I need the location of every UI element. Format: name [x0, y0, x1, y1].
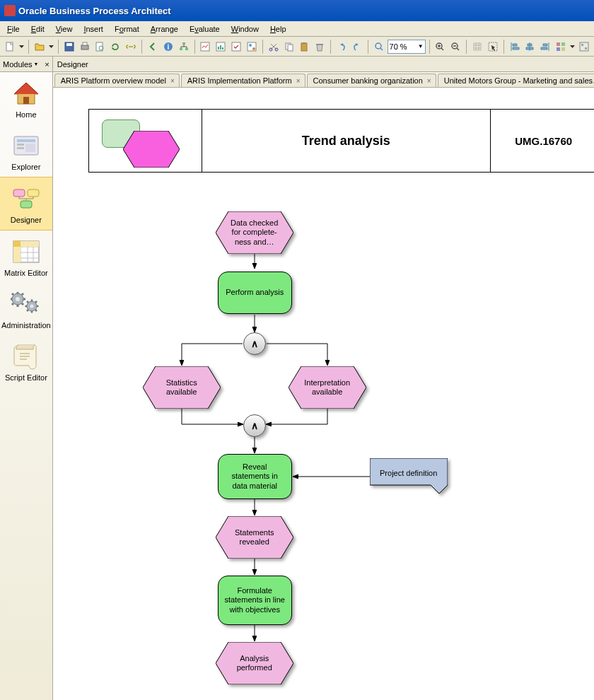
layout-button[interactable] — [577, 39, 591, 54]
gateway-and-1[interactable]: ∧ — [243, 332, 266, 355]
module-admin-label: Administration — [1, 321, 51, 329]
designer-header: Designer — [53, 57, 594, 72]
check-button[interactable] — [229, 39, 243, 54]
module-designer[interactable]: Designer — [0, 177, 52, 231]
redo-button[interactable] — [350, 39, 364, 54]
print-preview-button[interactable] — [93, 39, 107, 54]
toolbar-separator — [503, 40, 504, 54]
svg-point-55 — [30, 305, 33, 308]
node-text: Interpretation available — [289, 378, 366, 397]
script-icon — [9, 342, 43, 371]
event-analysis-performed[interactable]: Analysis performed — [216, 642, 293, 684]
module-administration[interactable]: Administration — [0, 283, 52, 335]
menu-evaluate[interactable]: Evaluate — [184, 23, 226, 35]
delete-button[interactable] — [313, 39, 327, 54]
save-button[interactable] — [62, 39, 76, 54]
cut-button[interactable] — [267, 39, 281, 54]
menu-arrange[interactable]: Arrange — [145, 23, 184, 35]
zoom-combo[interactable]: 70 %▼ — [388, 40, 426, 54]
sidebar-dropdown-icon[interactable]: ▼ — [34, 62, 39, 66]
align-left-button[interactable] — [508, 39, 522, 54]
select-button[interactable] — [486, 39, 500, 54]
link-button[interactable] — [124, 39, 138, 54]
arrange-dropdown[interactable] — [569, 39, 576, 54]
module-explorer[interactable]: Explorer — [0, 124, 52, 177]
node-text: Data checked for complete- ness and… — [216, 218, 293, 247]
menu-help[interactable]: Help — [264, 23, 292, 35]
event-data-checked[interactable]: Data checked for complete- ness and… — [216, 211, 293, 254]
open-dropdown[interactable] — [48, 39, 54, 54]
back-button[interactable] — [146, 39, 160, 54]
open-button[interactable] — [33, 39, 47, 54]
tab-label: Consumer banking organization — [313, 76, 423, 85]
tab-aris-implementation[interactable]: ARIS Implementation Platform × — [181, 74, 305, 87]
tab-label: ARIS Implementation Platform — [187, 76, 292, 85]
svg-rect-41 — [17, 139, 35, 142]
copy-button[interactable] — [282, 39, 296, 54]
node-text: Analysis performed — [216, 654, 293, 672]
function-perform-analysis[interactable]: Perform analysis — [218, 272, 292, 314]
function-reveal-statements[interactable]: Reveal statements in data material — [218, 454, 292, 499]
refresh-button[interactable] — [108, 39, 122, 54]
paste-button[interactable] — [297, 39, 311, 54]
data-project-definition[interactable]: Project definition — [370, 458, 448, 494]
menu-insert[interactable]: Insert — [78, 23, 109, 35]
event-statements-revealed[interactable]: Statements revealed — [216, 516, 293, 559]
home-icon — [9, 79, 43, 107]
function-formulate-statements[interactable]: Formulate statements in line with object… — [218, 576, 292, 625]
svg-point-28 — [375, 43, 381, 49]
svg-rect-11 — [185, 48, 188, 50]
sidebar-close-icon[interactable]: × — [45, 60, 49, 69]
svg-rect-24 — [288, 45, 293, 51]
menu-window[interactable]: Window — [226, 23, 264, 35]
new-dropdown[interactable] — [18, 39, 25, 54]
tab-close-icon[interactable]: × — [427, 77, 431, 85]
menu-view[interactable]: View — [50, 23, 78, 35]
tab-close-icon[interactable]: × — [296, 77, 301, 85]
new-button[interactable] — [3, 39, 17, 54]
zoom-out-button[interactable] — [448, 39, 462, 54]
svg-rect-51 — [13, 247, 21, 262]
gateway-symbol: ∧ — [251, 338, 258, 350]
module-script-editor[interactable]: Script Editor — [0, 335, 52, 387]
diagram-canvas[interactable]: Trend analysis UMG.16760 — [53, 88, 594, 700]
optimize-button[interactable] — [245, 39, 259, 54]
menu-edit[interactable]: Edit — [25, 23, 50, 35]
info-button[interactable]: i — [161, 39, 175, 54]
tab-close-icon[interactable]: × — [170, 77, 175, 85]
event-interpretation-available[interactable]: Interpretation available — [289, 366, 366, 409]
zoom-in-button[interactable] — [433, 39, 447, 54]
chart1-button[interactable] — [198, 39, 212, 54]
grid-button[interactable] — [470, 39, 484, 54]
modules-sidebar: Modules ▼ × Home Explorer Designer — [0, 57, 53, 700]
event-statistics-available[interactable]: Statistics available — [143, 366, 221, 409]
hierarchy-button[interactable] — [177, 39, 191, 54]
align-right-button[interactable] — [538, 39, 552, 54]
menu-format[interactable]: Format — [109, 23, 145, 35]
arrange-button[interactable] — [554, 39, 568, 54]
align-center-button[interactable] — [523, 39, 537, 54]
gateway-symbol: ∧ — [251, 420, 258, 432]
print-button[interactable] — [78, 39, 92, 54]
toolbar: i 70 %▼ — [0, 37, 594, 57]
module-matrix-editor[interactable]: Matrix Editor — [0, 231, 52, 283]
svg-rect-27 — [316, 44, 323, 45]
tab-consumer-banking[interactable]: Consumer banking organization × — [307, 74, 436, 87]
explorer-icon — [9, 132, 43, 160]
menubar: File Edit View Insert Format Arrange Eva… — [0, 21, 594, 37]
window-titlebar: Oracle Business Process Architect — [0, 0, 594, 21]
gateway-and-2[interactable]: ∧ — [243, 414, 266, 437]
undo-button[interactable] — [334, 39, 349, 54]
tab-united-motors[interactable]: United Motors Group - Marketing and sale… — [438, 74, 594, 87]
menu-file[interactable]: File — [1, 23, 25, 35]
toolbar-separator — [368, 40, 368, 54]
svg-rect-14 — [218, 47, 219, 49]
svg-rect-34 — [557, 47, 560, 51]
module-home[interactable]: Home — [0, 72, 52, 124]
module-explorer-label: Explorer — [11, 163, 40, 171]
svg-rect-35 — [561, 47, 565, 51]
find-button[interactable] — [372, 39, 386, 54]
chart2-button[interactable] — [214, 39, 228, 54]
tab-aris-overview[interactable]: ARIS Platform overview model × — [54, 74, 180, 87]
svg-rect-42 — [17, 144, 24, 146]
